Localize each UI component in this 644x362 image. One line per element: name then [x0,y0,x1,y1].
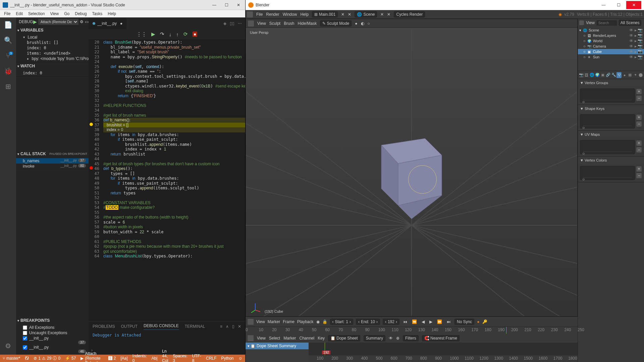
summary-toggle[interactable]: Summary [364,335,385,341]
compare-icon[interactable]: ◈ [223,21,226,26]
play-reverse-icon[interactable]: ◀ [421,319,426,324]
branch-indicator[interactable]: ⑂ master* [3,356,20,361]
props-material-icon[interactable]: ● [622,72,627,78]
feedback-icon[interactable]: ☺ [238,349,243,362]
editor-tab[interactable]: __init__.py● [89,17,127,29]
menu-file[interactable]: File [256,12,263,17]
add-scene-icon[interactable]: ✕ [380,12,384,17]
add-button[interactable]: + [636,114,642,120]
language-indicator[interactable]: Python [221,349,233,362]
remove-button[interactable]: − [636,147,642,153]
autokey-icon[interactable]: ● [477,319,479,324]
add-button[interactable]: + [636,140,642,146]
outliner-item[interactable]: ○ 📷Camera👁 ▸ 📷 [578,44,644,49]
scene-field[interactable]: 🌐 Scene [355,11,377,17]
sync-mode[interactable]: No Sync [454,319,474,325]
problems-tab[interactable]: PROBLEMS [93,324,115,329]
keyframe-next-icon[interactable]: ⏩ [436,319,443,324]
port-indicator[interactable]: ⚡ 57 [65,356,76,361]
shading-icon[interactable]: ● [355,21,357,26]
variables-header[interactable]: ▾VARIABLES [16,26,89,34]
outliner-item[interactable]: ○ ▣Cube👁 ▸ 📷 [578,49,644,54]
editor-type-icon[interactable] [248,319,254,325]
props-panel-header[interactable]: ▼ Vertex Groups [578,79,644,86]
watch-header[interactable]: ▾WATCH [16,62,89,70]
drag-handle-icon[interactable]: ⋮⋮ [137,31,147,37]
3d-viewport[interactable]: View Sculpt Brush Hide/Mask ✎ Sculpt Mod… [246,19,578,316]
minimize-button[interactable]: — [210,3,218,7]
props-panel-header[interactable]: ▼ Vertex Colors [578,157,644,164]
menu-marker[interactable]: Marker [283,336,296,341]
more-icon[interactable]: ⋯ [238,21,242,26]
remove-button[interactable]: − [636,121,642,127]
step-out-button[interactable]: ↑ [176,32,179,37]
eol-indicator[interactable]: CRLF [206,349,216,362]
menu-help[interactable]: Help [105,11,119,17]
menu-help[interactable]: Help [300,12,309,17]
props-object-icon[interactable]: ▣ [600,72,605,78]
props-list[interactable]: ○ [580,88,635,103]
menu-view[interactable]: View [586,20,595,25]
lock-icon[interactable]: 🔒 [322,319,327,324]
keyset-icon[interactable]: 🔑 [482,319,487,324]
menu-key[interactable]: Key [318,336,325,341]
outliner-item[interactable]: ○ 🖼RenderLayers👁 ▸ 📷 [578,33,644,38]
jump-end-icon[interactable]: ⏭ [446,319,452,324]
props-panel-header[interactable]: ▼ Shape Keys [578,105,644,112]
maximize-button[interactable]: ☐ [222,3,230,7]
split-icon[interactable]: ▯▯ [230,21,234,26]
props-panel-header[interactable]: ▼ UV Maps [578,131,644,138]
end-frame[interactable]: ‹ End: 10 › [356,319,380,325]
menu-window[interactable]: Window [283,12,297,17]
debug-status[interactable]: ▶ Attach (Remote Debug) [80,351,103,362]
props-list[interactable]: ○ [580,114,635,128]
explorer-icon[interactable]: 📄 [3,20,13,29]
shading-icon[interactable]: ◐ [361,21,364,26]
filter-icon[interactable]: ≡ [220,324,222,329]
var-index[interactable]: index: 0 [16,45,89,51]
terminal-tab[interactable]: TERMINAL [185,324,205,329]
menu-view[interactable]: View [256,319,265,324]
snap-mode[interactable]: 🧲 Nearest Frame [422,335,460,341]
cursor-pos[interactable]: Ln 44, Col 15 [162,349,168,362]
props-layers-icon[interactable]: 🖼 [584,72,589,78]
step-into-button[interactable]: ↓ [169,32,172,37]
filter-icon[interactable]: ⊕ [396,336,399,341]
sync-indicator[interactable]: 🗘 [25,356,29,361]
extensions-icon[interactable]: ⊞ [3,82,13,91]
play-icon[interactable]: ▶ [428,319,433,324]
menu-tasks[interactable]: Tasks [90,11,105,17]
menu-hidemask[interactable]: Hide/Mask [298,21,317,26]
filter-icon[interactable]: 👁 [389,336,393,341]
props-modifiers-icon[interactable]: 🔧 [611,72,616,78]
remove-button[interactable]: − [636,95,642,101]
outliner-item[interactable]: ○ ☀Sun👁 ▸ 📷 [578,54,644,60]
callstack-header[interactable]: ▾CALL STACKPAUSED ON BREAKPOINT [16,150,89,158]
debug-console-icon[interactable]: ▭ [85,19,89,24]
menu-debug[interactable]: Debug [72,11,89,17]
delete-scene-icon[interactable]: ✕ [387,12,390,17]
mode-select[interactable]: ✎ Sculpt Mode [320,20,352,26]
props-world-icon[interactable]: 🌍 [595,72,600,78]
debug-config-select[interactable]: Attach (Remote De [38,19,78,25]
filters[interactable]: Filters [403,335,419,341]
props-scene-icon[interactable]: 🌐 [589,72,594,78]
menu-select[interactable]: Select [269,336,280,341]
info-editor-icon[interactable] [247,11,253,17]
debug-console-tab[interactable]: DEBUG CONSOLE [144,323,179,330]
menu-go[interactable]: Go [61,11,72,17]
bp-uncaught[interactable]: Uncaught Exceptions [16,330,89,336]
menu-sculpt[interactable]: Sculpt [269,21,280,26]
keyframe-prev-icon[interactable]: ⏪ [411,319,418,324]
props-render-icon[interactable]: 📷 [579,72,584,78]
var-bpy[interactable]: ▸ bpy: <module 'bpy' from 'C:\\Progra… [16,56,89,61]
props-list[interactable]: ○ [580,166,635,180]
stack-frame[interactable]: b_names37__init__.py [16,158,89,164]
outliner-filter[interactable]: All Scenes [619,20,641,26]
menu-view[interactable]: View [257,336,266,341]
breakpoints-header[interactable]: ▾BREAKPOINTS [16,317,89,324]
renderer-select[interactable]: Cycles Render [394,11,425,17]
outliner-item[interactable]: ▾ 🌐Scene👁 ▸ 📷 [578,27,644,33]
scope-local[interactable]: ▾ Local [16,35,89,40]
record-icon[interactable]: ◉ [316,319,320,324]
